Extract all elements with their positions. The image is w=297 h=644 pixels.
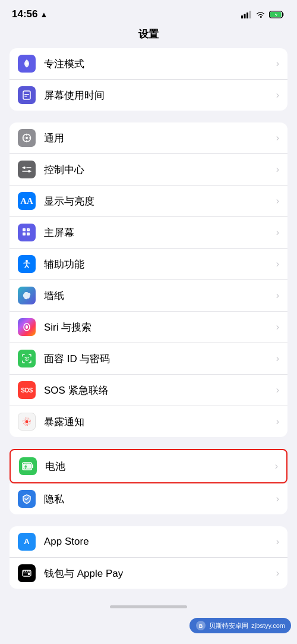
svg-rect-8 — [23, 91, 30, 99]
screen-time-icon — [18, 86, 36, 104]
watermark-url: zjbstyy.com — [251, 622, 285, 629]
battery-chevron: › — [275, 461, 278, 472]
siri-icon — [18, 318, 36, 336]
settings-item-general[interactable]: 通用 › — [10, 122, 287, 154]
general-chevron: › — [276, 133, 279, 143]
svg-point-34 — [25, 357, 26, 359]
svg-rect-2 — [247, 12, 248, 18]
appstore-icon: A — [18, 533, 36, 551]
location-icon: ▲ — [40, 10, 48, 19]
privacy-chevron: › — [276, 494, 279, 504]
siri-chevron: › — [276, 322, 279, 332]
home-screen-chevron: › — [276, 227, 279, 238]
settings-item-control-center[interactable]: 控制中心 › — [10, 154, 287, 186]
svg-rect-30 — [28, 234, 29, 234]
wallet-icon — [18, 564, 36, 582]
svg-rect-27 — [24, 230, 24, 230]
svg-rect-28 — [28, 230, 29, 230]
wallpaper-icon — [18, 287, 36, 304]
focus-mode-chevron: › — [276, 58, 279, 69]
settings-item-focus-mode[interactable]: 专注模式 › — [10, 48, 287, 80]
svg-point-7 — [26, 62, 28, 65]
accessibility-chevron: › — [276, 259, 279, 269]
battery-label: 电池 — [45, 460, 271, 473]
svg-text:B: B — [199, 623, 203, 629]
home-bar — [110, 605, 187, 608]
privacy-icon — [18, 490, 36, 508]
settings-item-screen-time[interactable]: 屏幕使用时间 › — [10, 80, 287, 111]
bottom-settings-group: A App Store › 钱包与 Apple Pay › — [10, 526, 287, 589]
svg-rect-41 — [32, 464, 34, 468]
exposure-icon — [18, 413, 36, 431]
settings-item-privacy[interactable]: 隐私 › — [10, 483, 287, 514]
main-settings-group: 通用 › 控制中心 › AA 显示与亮度 › — [10, 122, 287, 437]
privacy-group: 隐私 › — [10, 483, 287, 514]
focus-mode-label: 专注模式 — [44, 57, 273, 71]
status-time: 14:56 — [12, 8, 37, 20]
settings-item-wallpaper[interactable]: 墙纸 › — [10, 280, 287, 312]
general-icon — [18, 129, 36, 147]
wallet-label: 钱包与 Apple Pay — [44, 567, 273, 580]
appstore-chevron: › — [276, 536, 279, 547]
svg-point-37 — [26, 420, 29, 423]
watermark-text: 贝斯特安卓网 — [209, 621, 248, 630]
general-label: 通用 — [44, 131, 273, 145]
display-chevron: › — [276, 196, 279, 206]
settings-item-face-id[interactable]: 面容 ID 与密码 › — [10, 343, 287, 375]
svg-rect-9 — [24, 94, 29, 95]
status-bar: 14:56 ▲ — [0, 0, 297, 25]
svg-rect-42 — [23, 464, 31, 469]
home-indicator — [0, 601, 297, 612]
sos-icon: SOS — [18, 381, 36, 399]
svg-rect-10 — [24, 96, 27, 97]
battery-icon — [19, 457, 37, 475]
settings-item-display[interactable]: AA 显示与亮度 › — [10, 186, 287, 217]
svg-rect-5 — [283, 13, 285, 16]
svg-rect-0 — [241, 15, 243, 18]
svg-point-33 — [26, 325, 28, 329]
sos-label: SOS 紧急联络 — [44, 384, 273, 397]
svg-rect-1 — [244, 14, 246, 18]
privacy-label: 隐私 — [44, 492, 273, 506]
appstore-label: App Store — [44, 536, 273, 548]
siri-label: Siri 与搜索 — [44, 321, 273, 334]
focus-mode-icon — [18, 55, 36, 73]
home-screen-icon — [18, 224, 36, 241]
settings-item-appstore[interactable]: A App Store › — [10, 526, 287, 558]
wallpaper-chevron: › — [276, 290, 279, 301]
accessibility-icon — [18, 255, 36, 273]
accessibility-label: 辅助功能 — [44, 257, 273, 271]
svg-rect-29 — [24, 234, 24, 234]
svg-point-35 — [28, 357, 29, 359]
settings-item-home-screen[interactable]: 主屏幕 › — [10, 217, 287, 249]
battery-status-icon — [269, 11, 285, 18]
signal-icon — [241, 11, 252, 18]
top-settings-group: 专注模式 › 屏幕使用时间 › — [10, 48, 287, 111]
settings-item-battery[interactable]: 电池 › — [11, 450, 286, 482]
watermark: B 贝斯特安卓网 zjbstyy.com — [189, 618, 291, 633]
settings-item-exposure[interactable]: 暴露通知 › — [10, 406, 287, 437]
page-title: 设置 — [0, 25, 297, 48]
highlighted-battery-container: 电池 › — [10, 449, 287, 483]
svg-point-31 — [26, 260, 28, 262]
svg-rect-49 — [28, 573, 30, 576]
wallet-chevron: › — [276, 568, 279, 579]
status-icons — [241, 11, 285, 18]
exposure-label: 暴露通知 — [44, 415, 273, 429]
face-id-icon — [18, 350, 36, 367]
svg-rect-3 — [249, 11, 251, 18]
svg-point-12 — [26, 137, 28, 139]
settings-item-accessibility[interactable]: 辅助功能 › — [10, 249, 287, 280]
control-center-icon — [18, 161, 36, 178]
settings-item-siri[interactable]: Siri 与搜索 › — [10, 312, 287, 343]
wifi-icon — [255, 11, 266, 18]
sos-chevron: › — [276, 385, 279, 395]
exposure-chevron: › — [276, 416, 279, 427]
control-center-chevron: › — [276, 164, 279, 175]
wallpaper-label: 墙纸 — [44, 289, 273, 303]
settings-item-wallet[interactable]: 钱包与 Apple Pay › — [10, 558, 287, 589]
screen-time-chevron: › — [276, 90, 279, 100]
home-screen-label: 主屏幕 — [44, 226, 273, 240]
settings-item-sos[interactable]: SOS SOS 紧急联络 › — [10, 375, 287, 406]
svg-text:A: A — [24, 537, 30, 546]
